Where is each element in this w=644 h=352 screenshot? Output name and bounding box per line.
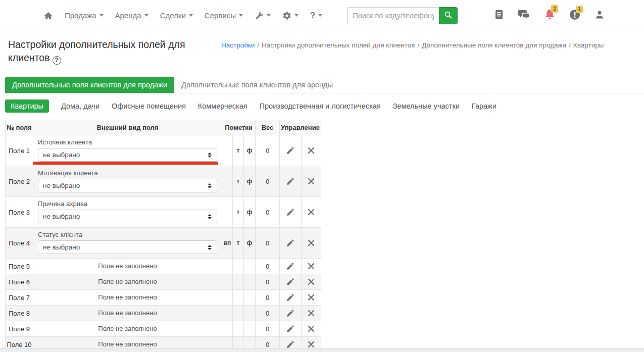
breadcrumb-link-settings[interactable]: Настройки [221,41,255,49]
tab-category-land[interactable]: Земельные участки [393,102,460,110]
select-stepper-icon [208,245,212,250]
field-select[interactable]: не выбрано [38,240,217,254]
caret-down-icon [294,14,299,17]
edit-field-button[interactable] [284,292,297,303]
mark-t: т [233,166,244,197]
edit-icon [286,265,295,272]
delete-field-button[interactable] [306,277,317,286]
table-row-field-7: Поле 7 Поле не заполнено 0 [6,290,321,306]
edit-field-button[interactable] [284,237,297,248]
mark-t: т [233,135,244,166]
nav-menu-deals[interactable]: Сделки [160,11,193,20]
field-select-value: не выбрано [43,182,80,189]
field-label: Источник клиента [38,138,217,146]
edit-field-button[interactable] [284,145,297,156]
home-button[interactable] [43,11,53,20]
journal-button[interactable] [495,10,503,22]
field-number: Поле 4 [6,228,33,259]
chat-icon [517,9,530,22]
page-title: Настройки дополнительных полей для клиен… [8,38,221,65]
table-row-field-3: Поле 3 Причина ахрива не выбрано т ф 0 [6,197,321,228]
category-tabs: Квартиры Дома, дачи Офисные помещения Ко… [0,93,644,118]
gear-icon [282,11,291,20]
nav-menu-rent[interactable]: Аренда [115,11,148,20]
search-icon [444,11,453,21]
field-number: Поле 6 [6,274,33,290]
tab-category-houses[interactable]: Дома, дачи [61,102,100,110]
profile-button[interactable] [595,10,605,22]
header-field-no: № поля [6,120,33,135]
select-stepper-icon [208,183,212,188]
field-weight: 0 [256,290,280,306]
notifications-button[interactable]: 2 [544,9,555,22]
edit-icon [286,296,295,304]
select-stepper-icon [208,153,212,158]
edit-field-button[interactable] [284,276,297,287]
table-row-field-4: Поле 4 Статус клієнта не выбрано вп т ф … [6,228,321,259]
tab-category-offices[interactable]: Офисные помещения [112,102,186,110]
field-empty-text: Поле не заполнено [33,290,222,306]
delete-field-button[interactable] [306,309,317,318]
tab-category-apartments[interactable]: Квартиры [5,99,49,113]
delete-field-button[interactable] [306,208,317,217]
edit-icon [286,149,295,157]
tab-category-garages[interactable]: Гаражи [472,102,497,110]
nav-help-menu[interactable]: ? [310,11,322,21]
tab-category-industrial[interactable]: Производственная и логистическая [260,102,381,110]
field-weight: 0 [256,135,280,166]
nav-settings-menu[interactable] [282,11,299,20]
wrench-icon [255,11,264,20]
delete-field-button[interactable] [306,340,317,349]
nav-menu-sale[interactable]: Продажа [65,11,104,20]
edit-icon [286,211,295,218]
caret-down-icon [318,14,322,17]
messages-button[interactable] [517,9,530,22]
delete-icon [308,279,315,287]
nav-tools-menu[interactable] [255,11,271,20]
breadcrumb-separator: / [257,41,259,49]
edit-field-button[interactable] [284,207,297,218]
search-button[interactable] [439,7,458,24]
mark-f: ф [244,135,256,166]
table-row-field-1: Поле 1 Источник клиента не выбрано т ф 0 [6,135,321,166]
tab-category-commercial[interactable]: Коммерческая [198,102,247,110]
search-input[interactable] [347,7,439,24]
field-select[interactable]: не выбрано [38,148,217,162]
tab-client-fields-sale[interactable]: Дополнительные поля клиентов для продажи [5,77,174,93]
field-number: Поле 7 [6,290,33,306]
field-weight: 0 [256,306,280,321]
delete-field-button[interactable] [306,238,317,247]
tab-client-fields-rent[interactable]: Дополнительные поля клиентов для аренды [174,77,340,93]
edit-field-button[interactable] [284,308,297,319]
field-appearance-cell: Источник клиента не выбрано [33,135,222,166]
field-weight: 0 [256,321,280,337]
field-empty-text: Поле не заполнено [33,259,222,274]
nav-menu-rent-label: Аренда [115,11,141,20]
field-appearance-cell: Мотивация клиента не выбрано [33,166,222,197]
delete-field-button[interactable] [306,146,317,155]
alerts-button[interactable]: 1 [569,9,580,22]
table-header-row: № поля Внешний вид поля Пометки Вес Упра… [6,120,321,135]
edit-field-button[interactable] [284,323,297,334]
mark-vp: вп [222,228,233,259]
field-number: Поле 5 [6,259,33,274]
field-label: Причина ахрива [38,200,217,208]
edit-field-button[interactable] [284,176,297,187]
user-icon [595,10,605,22]
delete-field-button[interactable] [306,324,317,333]
nav-menu-services[interactable]: Сервисы [205,11,243,20]
mark-vp [222,197,233,228]
caret-down-icon [267,14,271,17]
question-circle-icon[interactable]: ? [53,56,61,65]
delete-field-button[interactable] [306,177,317,186]
edit-field-button[interactable] [284,261,297,272]
caret-down-icon [189,14,193,17]
field-weight: 0 [256,197,280,228]
select-stepper-icon [208,214,212,219]
field-select[interactable]: не выбрано [38,210,217,223]
breadcrumb: Настройки/Настройки дополнительных полей… [221,41,604,65]
delete-field-button[interactable] [306,293,317,302]
table-row-field-9: Поле 9 Поле не заполнено 0 [6,321,321,337]
delete-field-button[interactable] [306,262,317,271]
field-select[interactable]: не выбрано [38,179,217,192]
